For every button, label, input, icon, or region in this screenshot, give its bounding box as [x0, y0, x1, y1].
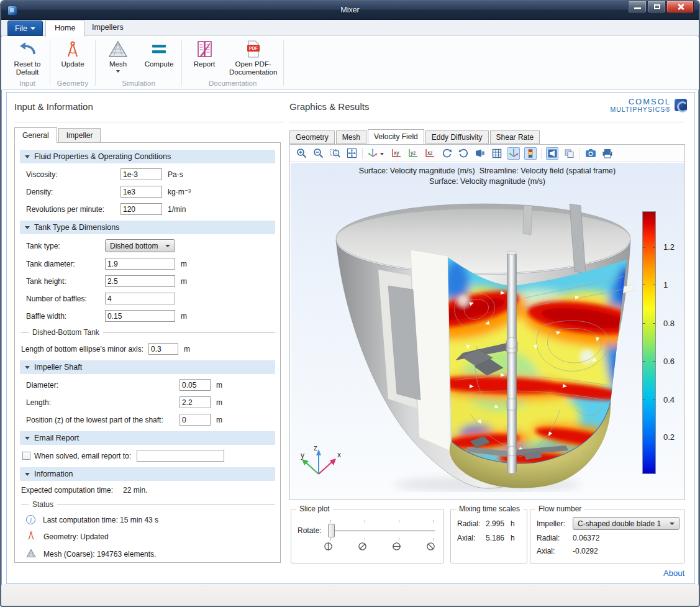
baffle-width-input[interactable] — [105, 310, 175, 322]
zoom-extents-icon[interactable] — [345, 147, 358, 160]
section-information[interactable]: Information — [20, 467, 275, 481]
mesh-icon — [108, 39, 128, 59]
chevron-down-icon — [30, 27, 35, 30]
ribbon-toolbar: Reset to Default Input Update Geometry — [1, 37, 699, 90]
slice-vertical-icon[interactable] — [324, 542, 333, 553]
svg-text:xy: xy — [394, 150, 399, 156]
tab-velocity-field[interactable]: Velocity Field — [368, 129, 424, 144]
slice-diagonal-icon[interactable] — [358, 542, 367, 553]
section-email-report[interactable]: Email Report — [20, 431, 275, 445]
field-label: Length of bottom ellipse's minor axis: — [21, 345, 143, 354]
tank-type-dropdown[interactable]: Dished bottom — [105, 239, 175, 252]
slider-track[interactable] — [328, 530, 435, 532]
shaft-position-input[interactable] — [180, 414, 211, 426]
input-tab-bar: General Impeller — [14, 127, 102, 143]
tab-shear-rate[interactable]: Shear Rate — [490, 130, 540, 144]
file-menu-button[interactable]: File — [7, 21, 43, 36]
colorbar-tick-label: 1.2 — [663, 242, 675, 252]
image-snapshot-icon[interactable] — [584, 147, 597, 160]
graphics-tab-bar: Geometry Mesh Velocity Field Eddy Diffus… — [289, 129, 541, 144]
density-input[interactable] — [120, 186, 162, 198]
tab-general[interactable]: General — [14, 127, 57, 143]
tab-mesh[interactable]: Mesh — [336, 130, 366, 144]
email-input[interactable] — [137, 450, 224, 462]
section-impeller-shaft[interactable]: Impeller Shaft — [20, 360, 275, 374]
slice-horizontal-icon[interactable] — [392, 542, 401, 553]
field-label: Density: — [26, 188, 120, 196]
tank-diameter-input[interactable] — [105, 258, 175, 270]
mixing-time-scales-group: Mixing time scales Radial: 2.995 h Axial… — [450, 509, 527, 564]
plot-canvas[interactable]: Surface: Velocity magnitude (m/s) Stream… — [291, 163, 684, 499]
transparency-icon[interactable] — [563, 147, 575, 160]
graphics-panel-title: Graphics & Results — [289, 101, 369, 112]
section-tank-type[interactable]: Tank Type & Dimensions — [20, 221, 275, 234]
ribbon-group-label: Documentation — [209, 78, 257, 88]
maximize-button[interactable] — [647, 1, 666, 13]
zoom-in-icon[interactable] — [295, 147, 307, 160]
field-label: Number of baffles: — [26, 294, 105, 303]
tab-geometry[interactable]: Geometry — [289, 130, 335, 144]
svg-text:yz: yz — [411, 150, 416, 156]
view-yz-icon[interactable]: yz — [407, 147, 419, 160]
zoom-box-icon[interactable] — [329, 147, 341, 160]
unit-label: h — [511, 534, 515, 542]
view-xz-icon[interactable]: xz — [424, 147, 436, 160]
status-text: Mesh (Coarse): 194763 elements. — [43, 550, 156, 559]
scene-light-icon[interactable] — [474, 147, 486, 160]
go-to-default-view-icon[interactable] — [367, 147, 386, 160]
sound-icon[interactable] — [546, 147, 558, 160]
minimize-button[interactable] — [628, 1, 647, 13]
tank-height-input[interactable] — [105, 275, 175, 287]
rotate-slider[interactable] — [328, 523, 435, 538]
report-icon — [195, 39, 214, 59]
shaft-diameter-input[interactable] — [180, 379, 211, 391]
ribbon-group-label: Simulation — [122, 78, 155, 88]
open-pdf-documentation-button[interactable]: PDF Open PDF- Documentation — [229, 39, 277, 78]
rotate-counterclockwise-icon[interactable] — [440, 147, 453, 160]
compute-button[interactable]: Compute — [143, 39, 175, 78]
report-button[interactable]: Report — [188, 39, 220, 78]
unit-label: kg·m⁻³ — [168, 188, 191, 196]
tab-eddy-diffusivity[interactable]: Eddy Diffusivity — [425, 130, 489, 144]
ribbon-group-simulation: Mesh Compute Simulation — [96, 37, 181, 89]
about-link[interactable]: About — [663, 568, 684, 578]
colorbar-tick-label: 0.4 — [663, 395, 675, 404]
shaft-length-input[interactable] — [180, 396, 211, 408]
tab-impeller[interactable]: Impeller — [58, 128, 101, 143]
show-axis-orientation-icon[interactable] — [507, 147, 520, 160]
slider-handle[interactable] — [328, 524, 335, 537]
update-geometry-button[interactable]: Update — [57, 39, 89, 78]
section-fluid-properties[interactable]: Fluid Properties & Operating Conditions — [20, 150, 275, 163]
bottom-ellipse-minor-axis-input[interactable] — [148, 343, 178, 355]
view-xy-icon[interactable]: xy — [390, 147, 402, 160]
email-checkbox[interactable] — [22, 452, 30, 460]
tab-impellers[interactable]: Impellers — [83, 20, 132, 37]
color-legend-icon[interactable] — [524, 147, 537, 160]
maximize-icon — [654, 4, 660, 9]
unit-label: 1/min — [168, 205, 186, 214]
grid-icon[interactable] — [491, 147, 503, 160]
svg-text:xz: xz — [427, 150, 433, 156]
rotate-label: Rotate: — [298, 526, 322, 535]
impeller-dropdown[interactable]: C-shaped double blade 1 — [573, 517, 680, 530]
tab-home[interactable]: Home — [45, 20, 84, 37]
title-bar[interactable]: Mixer — [1, 1, 699, 20]
mesh-button[interactable]: Mesh — [102, 39, 134, 78]
number-of-baffles-input[interactable] — [105, 293, 175, 304]
rpm-input[interactable] — [120, 203, 162, 215]
svg-text:PDF: PDF — [249, 46, 258, 50]
close-button[interactable] — [666, 1, 694, 13]
viscosity-input[interactable] — [120, 168, 162, 180]
status-subgroup: Status — [21, 500, 275, 509]
chevron-down-icon — [116, 70, 120, 73]
rotate-clockwise-icon[interactable] — [457, 147, 470, 160]
print-icon[interactable] — [601, 147, 614, 160]
zoom-out-icon[interactable] — [312, 147, 324, 160]
slice-antidiagonal-icon[interactable] — [426, 542, 435, 553]
unit-label: h — [511, 519, 515, 528]
unit-label: m — [181, 277, 187, 286]
expected-time-value: 22 min. — [123, 486, 147, 495]
reset-to-default-button[interactable]: Reset to Default — [11, 39, 43, 78]
field-label: Tank diameter: — [26, 260, 105, 268]
unit-label: m — [184, 345, 190, 354]
